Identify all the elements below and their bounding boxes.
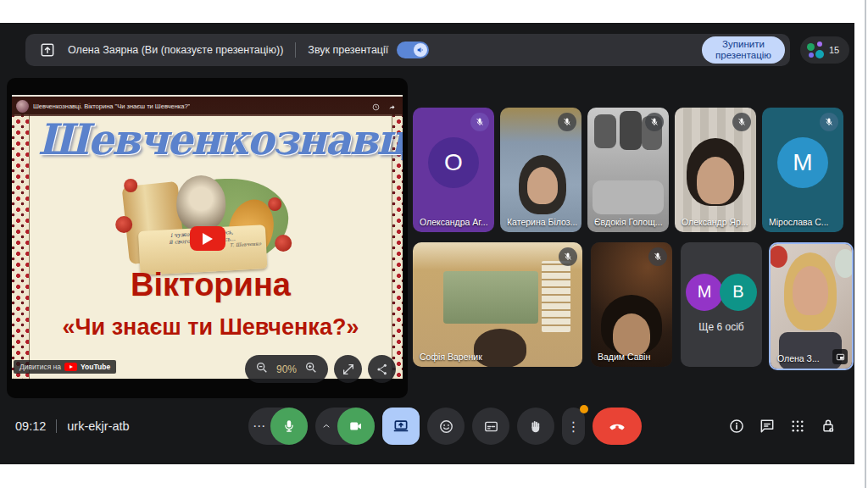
flower-art bbox=[275, 235, 292, 252]
reactions-button[interactable] bbox=[427, 408, 465, 445]
participant-tile[interactable]: Софія Вареник bbox=[413, 242, 582, 367]
channel-avatar bbox=[16, 100, 29, 113]
slide-subtitle-1: Вікторина bbox=[31, 267, 391, 303]
participant-video-garden bbox=[443, 271, 538, 324]
screen-share-icon bbox=[39, 42, 56, 58]
shared-presentation-tile[interactable]: Шевченкознавці. Вікторина "Чи знаєш ти Ш… bbox=[7, 78, 408, 398]
chat-icon[interactable] bbox=[758, 417, 776, 435]
presenter-label: Олена Заярна (Ви (показуєте презентацію)… bbox=[68, 44, 283, 56]
mic-off-icon bbox=[559, 247, 577, 266]
participant-video-face bbox=[793, 266, 828, 315]
participant-tile[interactable]: О Олександра Аг... bbox=[413, 108, 494, 232]
divider bbox=[56, 419, 57, 433]
participant-video-face bbox=[527, 167, 558, 204]
slide-canvas: Шевченкознавці і чужому научайтесь, й св… bbox=[12, 114, 403, 379]
mic-button[interactable] bbox=[270, 408, 308, 445]
zoom-out-icon[interactable] bbox=[255, 361, 269, 378]
video-title: Шевченкознавці. Вікторина "Чи знаєш ти Ш… bbox=[33, 103, 190, 110]
mic-off-icon bbox=[645, 113, 664, 131]
activities-grid-icon[interactable] bbox=[788, 417, 807, 435]
participants-cluster-icon bbox=[807, 42, 824, 58]
participant-video-lantern bbox=[769, 246, 787, 268]
video-title-bar: Шевченкознавці. Вікторина "Чи знаєш ти Ш… bbox=[12, 95, 403, 116]
participant-video-face bbox=[613, 313, 650, 356]
portrait-art bbox=[176, 175, 225, 231]
mic-off-icon bbox=[820, 113, 838, 131]
camera-control-group bbox=[315, 408, 375, 445]
info-icon[interactable] bbox=[727, 417, 746, 435]
present-button-active[interactable] bbox=[382, 408, 420, 445]
participant-name: Олександр Яр... bbox=[682, 217, 748, 227]
youtube-watermark[interactable]: Дивитися на YouTube bbox=[14, 360, 116, 374]
video-share-icon[interactable] bbox=[388, 99, 396, 114]
presentation-banner: Олена Заярна (Ви (показуєте презентацію)… bbox=[25, 34, 790, 66]
presentation-zoom-controls: 90% bbox=[245, 355, 396, 383]
mic-off-icon bbox=[648, 247, 667, 266]
participant-name: Катерина Білоз... bbox=[507, 217, 577, 227]
presentation-sound-label: Звук презентації bbox=[308, 44, 388, 56]
participant-tile[interactable]: Євдокія Голощ... bbox=[587, 108, 669, 232]
meeting-panel-buttons bbox=[727, 417, 837, 435]
participant-video-sofa bbox=[593, 180, 664, 214]
participant-name: Олександра Аг... bbox=[420, 217, 488, 227]
flower-art bbox=[115, 216, 132, 233]
participant-name: Вадим Савін bbox=[598, 352, 650, 362]
host-controls-lock-icon[interactable] bbox=[819, 417, 837, 435]
meeting-time: 09:12 bbox=[15, 419, 46, 433]
raise-hand-button[interactable] bbox=[517, 408, 554, 445]
end-call-button[interactable] bbox=[593, 408, 642, 445]
participant-video-shoji bbox=[542, 261, 570, 332]
more-participants-label: Ще 6 осіб bbox=[681, 321, 762, 333]
participant-count: 15 bbox=[829, 45, 839, 55]
captions-button[interactable] bbox=[472, 408, 509, 445]
participant-name: Олена З... bbox=[777, 353, 820, 363]
mic-options-button[interactable]: ⋯ bbox=[248, 419, 270, 434]
overflow-avatars: М В bbox=[686, 274, 757, 311]
slide-subtitle-2: «Чи знаєш ти Шевченка?» bbox=[31, 314, 391, 341]
participant-name: Мірослава С... bbox=[769, 217, 829, 227]
slide-title: Шевченкознавці bbox=[38, 114, 384, 164]
zoom-in-icon[interactable] bbox=[304, 361, 318, 378]
participant-tile[interactable]: Катерина Білоз... bbox=[500, 108, 581, 232]
meet-window: Олена Заярна (Ви (показуєте презентацію)… bbox=[0, 0, 868, 488]
window-edge-line bbox=[865, 0, 866, 488]
participant-video-figure bbox=[620, 111, 642, 150]
participant-video-face bbox=[697, 157, 734, 204]
mic-off-icon bbox=[470, 113, 489, 131]
flower-art bbox=[124, 179, 137, 192]
mic-off-icon bbox=[558, 113, 576, 131]
camera-options-button[interactable] bbox=[315, 419, 337, 434]
participant-tile[interactable]: М Мірослава С... bbox=[762, 108, 843, 232]
expand-presentation-button[interactable] bbox=[334, 355, 362, 383]
participant-name: Софія Вареник bbox=[420, 352, 482, 362]
self-view-tile[interactable]: Олена З... bbox=[769, 242, 854, 370]
more-options-button[interactable]: ⋮ bbox=[562, 408, 585, 445]
call-controls: ⋯ ⋮ bbox=[248, 408, 642, 445]
pip-icon[interactable] bbox=[832, 349, 848, 364]
participant-tile[interactable]: Олександр Яр... bbox=[675, 108, 756, 232]
youtube-play-button[interactable] bbox=[190, 226, 225, 251]
participant-name: Євдокія Голощ... bbox=[594, 217, 663, 227]
watch-later-icon[interactable] bbox=[372, 99, 380, 114]
participant-video-figure bbox=[594, 114, 616, 148]
participants-count-pill[interactable]: 15 bbox=[800, 36, 849, 64]
presentation-sound-toggle[interactable] bbox=[397, 42, 429, 58]
mic-off-icon bbox=[732, 113, 751, 131]
zoom-pill: 90% bbox=[245, 355, 328, 383]
participant-video-plant bbox=[835, 249, 854, 278]
avatar: М bbox=[777, 137, 828, 188]
stop-presentation-button[interactable]: Зупинити презентацію bbox=[702, 36, 785, 64]
zoom-level: 90% bbox=[276, 363, 297, 375]
speaker-icon bbox=[414, 43, 427, 57]
flower-art bbox=[268, 197, 281, 211]
avatar: О bbox=[428, 137, 479, 188]
mic-control-group: ⋯ bbox=[248, 408, 308, 445]
camera-button[interactable] bbox=[337, 408, 375, 445]
participant-tile[interactable]: Вадим Савін bbox=[591, 242, 672, 367]
embroidery-border-left bbox=[12, 114, 30, 379]
share-presentation-button[interactable] bbox=[368, 355, 396, 383]
notification-dot bbox=[580, 405, 588, 413]
youtube-logo-icon bbox=[64, 363, 77, 371]
divider bbox=[295, 42, 296, 58]
more-participants-tile[interactable]: М В Ще 6 осіб bbox=[681, 242, 762, 367]
